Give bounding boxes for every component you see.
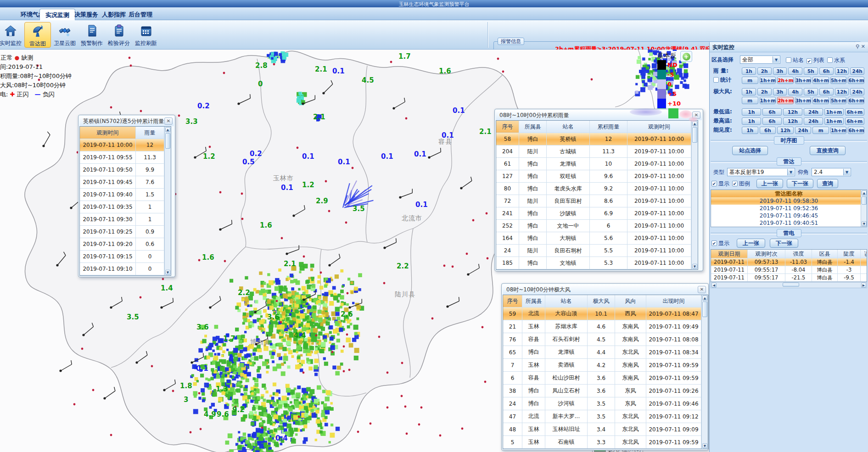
table-row[interactable]: 38博白凤山立石村3.6东风2019-07-11 09:26: [503, 385, 708, 397]
scroll-thumb[interactable]: [692, 127, 697, 143]
period-button-4h+m[interactable]: 4h+m: [812, 97, 829, 104]
period-button-5h[interactable]: 5h: [804, 67, 818, 75]
checkbox-显示[interactable]: ✔: [711, 240, 717, 246]
table-row[interactable]: 2019-07-11 09:457.6: [80, 176, 171, 189]
table-row[interactable]: 2019-07-11 09:509.9: [80, 164, 171, 176]
scroll-up-icon[interactable]: ▲: [702, 296, 707, 301]
column-header[interactable]: 区县: [812, 250, 838, 258]
table-scrollbar[interactable]: ▲▼: [701, 295, 708, 449]
period-button-4h[interactable]: 4h: [788, 67, 802, 75]
checkbox-statistics[interactable]: [713, 77, 719, 83]
period-button-12h[interactable]: 12h: [777, 127, 794, 134]
table-row[interactable]: 58博白英桥镇122019-07-11 10:00: [496, 133, 698, 145]
table-row[interactable]: 59北流大容山顶10.1西风2019-07-11 08:47: [503, 307, 708, 320]
table-row[interactable]: 204陆川古城镇11.32019-07-11 10:00: [496, 145, 698, 158]
period-button-1h[interactable]: 1h: [742, 108, 761, 116]
column-header[interactable]: 陡度: [838, 250, 861, 258]
column-header[interactable]: 站名: [545, 295, 588, 307]
scroll-down-icon[interactable]: ▼: [702, 443, 707, 448]
extreme-wind-popup[interactable]: 08时~10时00分钟极大风✕序号所属县站名极大风风向出现时间59北流大容山顶1…: [501, 283, 709, 451]
period-button-2h[interactable]: 2h: [757, 67, 772, 75]
checkbox-站名[interactable]: [786, 57, 791, 63]
button-上一张[interactable]: 上一张: [756, 179, 783, 188]
column-header[interactable]: 累积雨量: [590, 121, 627, 133]
panel-close-icon[interactable]: ✕: [861, 44, 865, 50]
station-rain-popup[interactable]: 英桥镇(N5702)逐5分钟累计雨量✕观测时间雨量2019-07-11 10:0…: [78, 115, 175, 277]
table-row[interactable]: 127博白双旺镇9.62019-07-11 10:00: [496, 170, 698, 183]
table-row[interactable]: 48玉林玉林站旧址3.4东北风2019-07-11 09:09: [503, 423, 708, 436]
checkbox-水系[interactable]: [827, 57, 833, 63]
scroll-thumb[interactable]: [862, 196, 867, 205]
period-button-5h+m[interactable]: 5h+m: [830, 77, 847, 84]
column-header[interactable]: 观测时次: [748, 250, 785, 258]
table-row[interactable]: 2019-07-11 09:301: [80, 213, 171, 226]
radar-list-item[interactable]: 2019-07-11 09:58:30: [711, 197, 867, 205]
radar-elev-dropdown[interactable]: 2.4▼: [812, 168, 851, 176]
district-dropdown[interactable]: 全部▼: [740, 56, 780, 64]
table-scrollbar[interactable]: ▲▼: [164, 127, 171, 275]
period-button-1h+m[interactable]: 1h+m: [830, 127, 847, 134]
column-header[interactable]: 所属县: [522, 295, 545, 307]
chevron-down-icon[interactable]: ▼: [787, 169, 794, 175]
table-row[interactable]: 252博白文地一中62019-07-11 10:00: [496, 220, 698, 232]
scroll-left-icon[interactable]: ◀: [711, 283, 717, 288]
period-button-1h[interactable]: 1h: [742, 127, 758, 134]
scroll-down-icon[interactable]: ▼: [692, 264, 697, 269]
table-row[interactable]: 2019-07-11 09:150: [80, 251, 171, 263]
period-button-6h+m[interactable]: 6h+m: [848, 127, 864, 134]
button-站点选择[interactable]: 站点选择: [732, 146, 768, 155]
radar-list-scrollbar[interactable]: ▲▼: [861, 190, 867, 227]
column-header[interactable]: 序号: [503, 295, 522, 307]
table-row[interactable]: 61博白龙潭镇102019-07-11 10:00: [496, 158, 698, 170]
period-button-12h[interactable]: 12h: [783, 108, 802, 116]
period-button-12h[interactable]: 12h: [835, 67, 849, 75]
column-header[interactable]: 风向: [615, 295, 646, 307]
scroll-down-icon[interactable]: ▼: [862, 221, 867, 226]
period-button-3h[interactable]: 3h: [773, 67, 787, 75]
column-header[interactable]: 误差: [861, 250, 867, 258]
lightning-hscrollbar[interactable]: ◀▶: [711, 282, 867, 288]
period-button-24h[interactable]: 24h: [804, 117, 823, 125]
column-header[interactable]: 序号: [496, 121, 519, 133]
column-header[interactable]: 观测时间: [80, 127, 136, 139]
accumulated-rain-popup[interactable]: 08时~10时00分钟累积雨量✕序号所属县站名累积雨量观测时间58博白英桥镇12…: [494, 109, 703, 271]
popup-close-icon[interactable]: ✕: [698, 286, 706, 293]
table-row[interactable]: 2019-07-1109:55:17-8.04博白县-3: [711, 266, 867, 274]
tool-button-radar[interactable]: 雷达图: [24, 22, 51, 48]
scroll-thumb[interactable]: [702, 301, 707, 317]
period-button-1h+m[interactable]: 1h+m: [824, 108, 844, 116]
pin-icon[interactable]: ⚲: [856, 44, 859, 50]
tool-button-clipboard[interactable]: 检验评分: [106, 22, 132, 48]
column-header[interactable]: 极大风: [588, 295, 615, 307]
radar-list-item[interactable]: 2019-07-11 09:40:51: [711, 219, 867, 227]
scroll-right-icon[interactable]: ▶: [861, 283, 866, 288]
period-button-2h+m[interactable]: 2h+m: [777, 77, 794, 84]
period-button-4h[interactable]: 4h: [788, 88, 802, 95]
column-header[interactable]: 观测日期: [711, 250, 748, 258]
button-下一张[interactable]: 下一张: [770, 239, 798, 248]
table-row[interactable]: 24博白沙河镇3.5东风2019-07-11 09:46: [503, 397, 708, 410]
radar-type-dropdown[interactable]: 基本反射率19▼: [727, 168, 795, 176]
table-row[interactable]: 47北流新丰大罗...3.5东北风2019-07-11 09:12: [503, 410, 708, 423]
table-row[interactable]: 2019-07-11 09:351: [80, 201, 171, 213]
period-button-3h+m[interactable]: 3h+m: [795, 97, 812, 104]
period-button-3h+m[interactable]: 3h+m: [795, 77, 812, 84]
period-button-6h+m[interactable]: 6h+m: [848, 77, 864, 84]
column-header[interactable]: 雨量: [136, 127, 164, 139]
button-上一张[interactable]: 上一张: [737, 239, 765, 248]
period-button-24h[interactable]: 24h: [850, 88, 864, 95]
table-row[interactable]: 2019-07-11 10:0012: [80, 139, 171, 151]
period-button-1h[interactable]: 1h: [742, 67, 756, 75]
table-row[interactable]: 2019-07-11 09:5511.3: [80, 151, 171, 164]
table-row[interactable]: 76容县石头石剑村4.5东南风2019-07-11 08:08: [503, 333, 708, 346]
radar-list-item[interactable]: 2019-07-11 09:46:45: [711, 212, 867, 219]
radar-add-icon[interactable]: +: [680, 51, 692, 62]
period-button-24h[interactable]: 24h: [850, 67, 864, 75]
table-row[interactable]: 24陆川良田石垌村5.52019-07-11 10:00: [496, 245, 698, 257]
tool-button-calendar-refresh[interactable]: 监控刷新: [133, 22, 159, 48]
period-button-3h[interactable]: 3h: [773, 88, 787, 95]
table-row[interactable]: 72陆川良田车田村8.62019-07-11 10:00: [496, 195, 698, 207]
table-row[interactable]: 5玉林石南镇3.3东北风2019-07-11 09:59: [503, 436, 708, 449]
period-button-6h+m[interactable]: 6h+m: [845, 108, 864, 116]
button-下一张[interactable]: 下一张: [787, 179, 813, 188]
